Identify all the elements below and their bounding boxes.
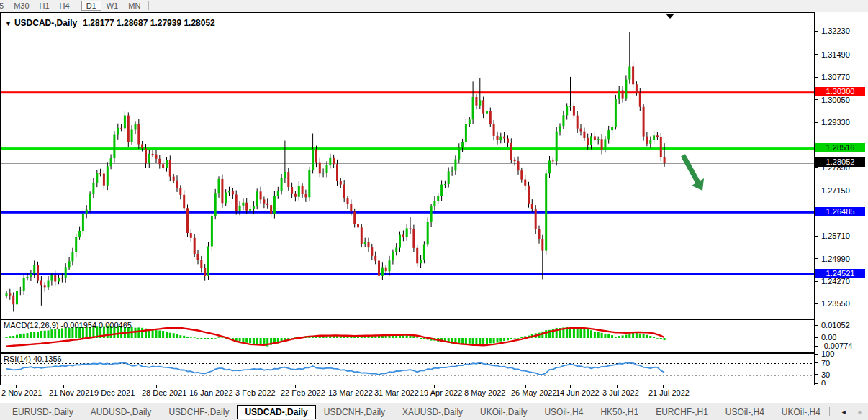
- date-label: 8 May 2022: [464, 388, 505, 397]
- timeframe-button-m30[interactable]: M30: [9, 1, 34, 11]
- candlestick-chart: [1, 13, 815, 319]
- chart-tab-usdchf-daily[interactable]: USDCHF-,Daily: [161, 405, 237, 419]
- macd-label: MACD(12,26,9) -0.001954 0.000465: [4, 321, 132, 329]
- chart-tab-usdcnh-daily[interactable]: USDCNH-,Daily: [316, 405, 393, 419]
- axis-tick: [815, 122, 818, 123]
- date-tick: [204, 385, 204, 388]
- date-label: 13 Mar 2022: [328, 388, 373, 397]
- date-label: 31 Mar 2022: [374, 388, 419, 397]
- ohlc-values: 1.28177 1.28687 1.27939 1.28052: [83, 18, 215, 28]
- chart-title: ▼USDCAD-,Daily1.28177 1.28687 1.27939 1.…: [5, 18, 215, 28]
- chart-tab-ukoil-daily[interactable]: UKOil-,Daily: [472, 405, 535, 419]
- macd-signal-line: [6, 328, 664, 347]
- price-level-badge: 1.26485: [815, 207, 865, 216]
- rsi-tick-label: 30: [821, 370, 830, 379]
- axis-tick: [815, 337, 818, 338]
- rsi-tick-label: 100: [821, 350, 834, 358]
- date-tick: [250, 385, 250, 388]
- date-tick: [295, 385, 296, 388]
- axis-tick: [815, 346, 818, 347]
- hline-1.24521[interactable]: [1, 273, 815, 275]
- date-tick: [479, 385, 479, 388]
- date-label: 14 Jun 2022: [556, 388, 600, 397]
- date-tick: [663, 385, 664, 388]
- date-label: 19 Apr 2022: [420, 388, 462, 397]
- date-label: 9 Dec 2021: [94, 388, 135, 397]
- axis-tick: [815, 99, 818, 100]
- date-label: 2 Nov 2021: [1, 388, 42, 397]
- axis-tick: [815, 258, 818, 259]
- macd-tick-label: 0.00: [821, 333, 836, 342]
- date-tick: [617, 385, 618, 388]
- top-edge-marker-icon: [666, 14, 674, 19]
- rsi-label: RSI(14) 40.1356: [4, 355, 62, 363]
- tabs-scroll-right-icon[interactable]: ►: [857, 408, 864, 416]
- chart-tab-xauusd-daily[interactable]: XAUUSD-,Daily: [394, 405, 471, 419]
- chart-tab-usdcad-daily[interactable]: USDCAD-,Daily: [237, 405, 315, 419]
- timeframe-button-d1[interactable]: D1: [81, 1, 101, 11]
- date-label: 16 Jan 2022: [189, 388, 233, 397]
- chart-tab-usoil-h4[interactable]: USOil-,H4: [718, 405, 772, 419]
- date-label: 3 Jul 2022: [602, 388, 639, 397]
- rsi-line: [6, 362, 664, 375]
- price-tick-label: 1.29330: [821, 118, 850, 127]
- axis-tick: [815, 303, 818, 304]
- date-label: 3 Feb 2022: [235, 388, 276, 397]
- timeframe-button-h4[interactable]: H4: [55, 1, 75, 11]
- chart-tab-hk50-h1[interactable]: HK50-,H1: [592, 405, 646, 419]
- price-pane[interactable]: ▼USDCAD-,Daily1.28177 1.28687 1.27939 1.…: [0, 12, 868, 319]
- date-tick: [389, 385, 389, 388]
- rsi-pane[interactable]: RSI(14) 40.1356: [0, 353, 868, 385]
- axis-tick: [815, 167, 818, 168]
- price-tick-label: 1.32230: [821, 27, 850, 35]
- hline-1.30300[interactable]: [1, 91, 815, 93]
- toolbar-separator: [148, 1, 149, 10]
- price-tick-label: 1.27150: [821, 186, 850, 195]
- date-label: 21 Nov 2021: [49, 388, 94, 397]
- price-level-badge: 1.28516: [815, 143, 865, 152]
- price-level-badge: 1.28052: [815, 158, 865, 167]
- hline-1.28516[interactable]: [1, 147, 815, 150]
- hline-1.26485[interactable]: [1, 211, 815, 214]
- price-tick-label: 1.31490: [821, 50, 850, 59]
- axis-tick: [815, 362, 818, 363]
- down-arrow-annotation[interactable]: [683, 155, 704, 191]
- toolbar-separator: [78, 1, 78, 10]
- chart-tab-audusd-daily[interactable]: AUDUSD-,Daily: [83, 405, 160, 419]
- axis-tick: [815, 383, 818, 384]
- macd-pane[interactable]: MACD(12,26,9) -0.001954 0.000465: [0, 319, 868, 353]
- date-label: 28 Dec 2021: [142, 388, 186, 397]
- hline-1.28052[interactable]: [1, 163, 815, 163]
- price-tick-label: 1.23550: [821, 299, 850, 308]
- chart-tab-eurusd-daily[interactable]: EURUSD-,Daily: [4, 405, 81, 419]
- chart-tab-eurchf-h1[interactable]: EURCHF-,H1: [648, 405, 716, 419]
- date-label: 26 May 2022: [511, 388, 557, 397]
- rsi-chart: [1, 354, 815, 385]
- rsi-tick-label: 70: [821, 359, 830, 368]
- price-level-badge: 1.30300: [815, 87, 865, 96]
- time-axis[interactable]: 2 Nov 202121 Nov 20219 Dec 202128 Dec 20…: [0, 385, 868, 403]
- chart-tab-ukoil-h4[interactable]: UKOil-,H4: [774, 405, 828, 419]
- symbol-dropdown-icon[interactable]: ▼: [5, 20, 12, 27]
- timeframe-toolbar: 5M30H1H4D1W1MN: [0, 0, 868, 12]
- axis-tick: [815, 54, 818, 55]
- date-tick: [343, 385, 343, 388]
- axis-tick: [815, 281, 818, 282]
- chart-area: ▼USDCAD-,Daily1.28177 1.28687 1.27939 1.…: [0, 12, 868, 403]
- date-tick: [525, 385, 526, 388]
- date-tick: [570, 385, 571, 388]
- timeframe-button-h1[interactable]: H1: [35, 1, 55, 11]
- timeframe-button-w1[interactable]: W1: [101, 1, 124, 11]
- tab-separator: [829, 407, 830, 416]
- timeframe-button-mn[interactable]: MN: [123, 1, 145, 11]
- price-tick-label: 1.24990: [821, 255, 850, 263]
- date-tick: [63, 385, 64, 388]
- axis-tick: [815, 325, 818, 326]
- axis-tick: [815, 354, 818, 355]
- axis-tick: [815, 236, 818, 237]
- chart-tab-usoil-h4[interactable]: USOil-,H4: [536, 405, 591, 419]
- tabs-scroll-left-icon[interactable]: ◄: [841, 408, 847, 416]
- price-level-badge: 1.24521: [815, 269, 865, 278]
- price-axis[interactable]: 1.322301.314901.307701.300501.293301.278…: [815, 12, 868, 385]
- timeframe-button-5[interactable]: 5: [0, 1, 9, 11]
